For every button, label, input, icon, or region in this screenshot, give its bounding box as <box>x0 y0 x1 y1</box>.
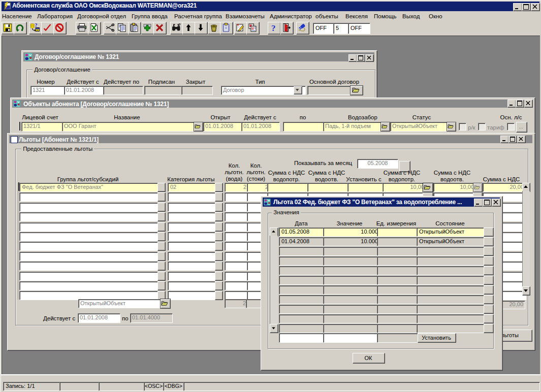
svg-text:Fi: Fi <box>252 27 254 29</box>
svg-text:?: ? <box>35 23 38 28</box>
svg-text:?: ? <box>271 23 276 33</box>
svg-text:?: ? <box>179 23 181 27</box>
